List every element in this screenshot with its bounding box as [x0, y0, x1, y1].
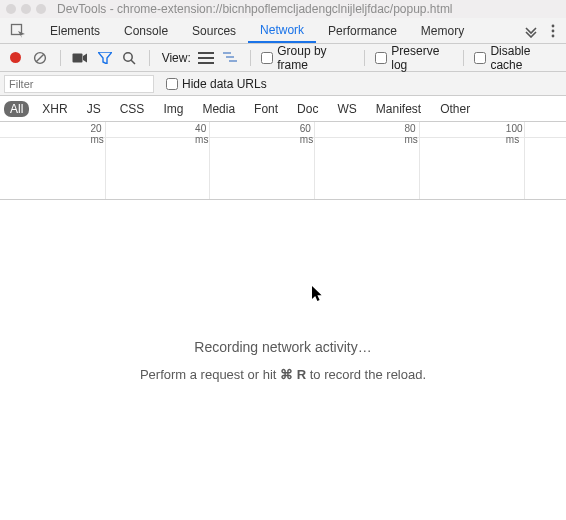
filter-icon[interactable]: [95, 48, 114, 68]
timeline-ruler: 20 ms 40 ms 60 ms 80 ms 100 ms: [0, 122, 566, 138]
type-ws[interactable]: WS: [331, 101, 362, 117]
record-button[interactable]: [6, 48, 25, 68]
empty-title: Recording network activity…: [194, 339, 371, 355]
tab-sources[interactable]: Sources: [180, 18, 248, 43]
empty-hint-key: ⌘ R: [280, 367, 306, 382]
tabs-overflow-icon[interactable]: [518, 18, 544, 43]
disable-cache-checkbox[interactable]: Disable cache: [474, 44, 560, 72]
clear-icon[interactable]: [31, 48, 50, 68]
tab-elements[interactable]: Elements: [38, 18, 112, 43]
tick-label: 20 ms: [90, 123, 105, 145]
type-css[interactable]: CSS: [114, 101, 151, 117]
svg-rect-9: [198, 52, 214, 54]
empty-hint: Perform a request or hit ⌘ R to record t…: [140, 367, 426, 382]
type-js[interactable]: JS: [81, 101, 107, 117]
tab-performance[interactable]: Performance: [316, 18, 409, 43]
network-toolbar: View: Group by frame Preserve log Disabl…: [0, 44, 566, 72]
hide-data-urls-input[interactable]: [166, 78, 178, 90]
svg-line-8: [132, 60, 136, 64]
type-filter-bar: All XHR JS CSS Img Media Font Doc WS Man…: [0, 96, 566, 122]
tick-label: 40 ms: [195, 123, 210, 145]
tick-label: 100 ms: [506, 123, 525, 145]
view-waterfall-icon[interactable]: [222, 48, 241, 68]
toolbar-divider: [364, 50, 365, 66]
group-by-frame-label: Group by frame: [277, 44, 354, 72]
svg-line-5: [36, 54, 44, 62]
type-xhr[interactable]: XHR: [36, 101, 73, 117]
devtools-tabs: Elements Console Sources Network Perform…: [38, 18, 518, 43]
window-titlebar: DevTools - chrome-extension://bicnhpofle…: [0, 0, 566, 18]
preserve-log-input[interactable]: [375, 52, 387, 64]
svg-point-2: [552, 29, 555, 32]
tick-label: 80 ms: [405, 123, 420, 145]
disable-cache-label: Disable cache: [490, 44, 560, 72]
type-doc[interactable]: Doc: [291, 101, 324, 117]
view-label: View:: [162, 51, 191, 65]
type-font[interactable]: Font: [248, 101, 284, 117]
filter-input[interactable]: [4, 75, 154, 93]
traffic-zoom[interactable]: [36, 4, 46, 14]
network-empty-state: Recording network activity… Perform a re…: [0, 200, 566, 520]
svg-point-3: [552, 34, 555, 37]
tab-network[interactable]: Network: [248, 18, 316, 43]
group-by-frame-input[interactable]: [261, 52, 273, 64]
svg-rect-13: [226, 56, 234, 58]
window-title: DevTools - chrome-extension://bicnhpofle…: [57, 2, 453, 16]
svg-rect-12: [223, 52, 231, 54]
devtools-tabbar: Elements Console Sources Network Perform…: [0, 18, 566, 44]
svg-point-1: [552, 24, 555, 27]
group-by-frame-checkbox[interactable]: Group by frame: [261, 44, 354, 72]
type-img[interactable]: Img: [157, 101, 189, 117]
svg-rect-11: [198, 62, 214, 64]
type-other[interactable]: Other: [434, 101, 476, 117]
tab-console[interactable]: Console: [112, 18, 180, 43]
tab-memory[interactable]: Memory: [409, 18, 476, 43]
inspect-element-icon[interactable]: [4, 18, 32, 43]
type-manifest[interactable]: Manifest: [370, 101, 427, 117]
traffic-close[interactable]: [6, 4, 16, 14]
tick-label: 60 ms: [300, 123, 315, 145]
empty-hint-post: to record the reload.: [306, 367, 426, 382]
svg-rect-10: [198, 57, 214, 59]
type-media[interactable]: Media: [196, 101, 241, 117]
toolbar-divider: [149, 50, 150, 66]
svg-point-7: [124, 52, 132, 60]
preserve-log-checkbox[interactable]: Preserve log: [375, 44, 453, 72]
disable-cache-input[interactable]: [474, 52, 486, 64]
svg-rect-6: [72, 53, 82, 62]
toolbar-divider: [60, 50, 61, 66]
svg-rect-14: [229, 60, 237, 62]
view-list-icon[interactable]: [197, 48, 216, 68]
empty-hint-pre: Perform a request or hit: [140, 367, 280, 382]
timeline-overview[interactable]: 20 ms 40 ms 60 ms 80 ms 100 ms: [0, 122, 566, 200]
toolbar-divider: [463, 50, 464, 66]
hide-data-urls-label: Hide data URLs: [182, 77, 267, 91]
preserve-log-label: Preserve log: [391, 44, 453, 72]
traffic-minimize[interactable]: [21, 4, 31, 14]
camera-icon[interactable]: [70, 48, 89, 68]
toolbar-divider: [250, 50, 251, 66]
devtools-kebab-icon[interactable]: [544, 18, 562, 43]
hide-data-urls-checkbox[interactable]: Hide data URLs: [166, 77, 267, 91]
filter-bar: Hide data URLs: [0, 72, 566, 96]
search-icon[interactable]: [120, 48, 139, 68]
type-all[interactable]: All: [4, 101, 29, 117]
cursor-icon: [312, 286, 324, 302]
